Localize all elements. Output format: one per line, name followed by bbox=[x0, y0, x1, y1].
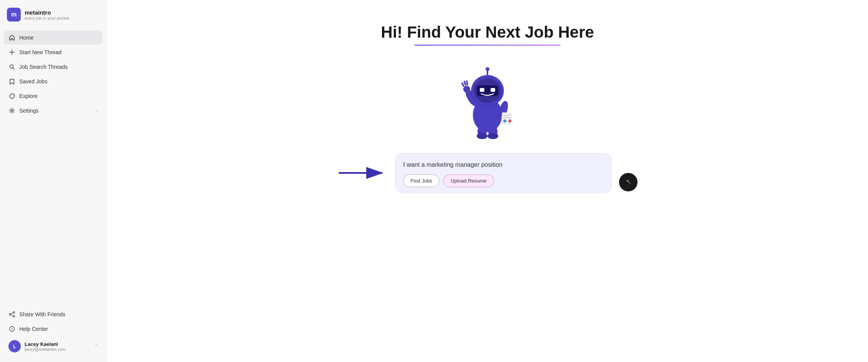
sidebar-item-new-thread[interactable]: Start New Thread bbox=[4, 45, 103, 59]
main-content: Hi! Find Your Next Job Here bbox=[314, 0, 661, 208]
sidebar-item-home-label: Home bbox=[19, 35, 98, 41]
sidebar-item-explore[interactable]: Explore bbox=[4, 89, 103, 103]
upload-resume-button[interactable]: Upload Resume bbox=[443, 174, 494, 187]
svg-line-35 bbox=[467, 81, 467, 85]
svg-point-24 bbox=[503, 120, 506, 123]
sidebar-item-explore-label: Explore bbox=[19, 93, 98, 99]
sidebar-item-new-thread-label: Start New Thread bbox=[19, 49, 98, 55]
svg-point-28 bbox=[477, 133, 487, 139]
arrow-indicator bbox=[337, 164, 387, 181]
send-button[interactable]: ↑ bbox=[619, 173, 638, 191]
sidebar-item-settings-label: Settings bbox=[19, 108, 93, 114]
send-icon: ↑ bbox=[624, 177, 633, 186]
chat-input[interactable] bbox=[403, 161, 603, 169]
app-logo[interactable]: m metaintro every job in your pocket bbox=[0, 0, 107, 28]
sidebar-nav: Home Start New Thread Job Search Threads bbox=[0, 28, 107, 304]
title-underline bbox=[414, 45, 561, 46]
plus-icon bbox=[8, 49, 15, 56]
user-info: Lacey Kaelani lacey@metaintro.com bbox=[25, 341, 90, 352]
bookmark-icon bbox=[8, 78, 15, 85]
sidebar-item-share-label: Share With Friends bbox=[19, 311, 98, 317]
svg-line-33 bbox=[462, 83, 464, 86]
settings-icon bbox=[8, 107, 15, 114]
user-email: lacey@metaintro.com bbox=[25, 347, 90, 352]
svg-rect-17 bbox=[491, 88, 495, 92]
sidebar-item-help-label: Help Center bbox=[19, 326, 98, 332]
svg-line-8 bbox=[11, 313, 13, 314]
find-jobs-button[interactable]: Find Jobs bbox=[403, 174, 439, 187]
logo-icon: m bbox=[7, 8, 21, 22]
svg-line-23 bbox=[504, 118, 511, 118]
svg-point-5 bbox=[13, 312, 15, 313]
sidebar-item-home[interactable]: Home bbox=[4, 31, 103, 45]
sidebar-item-job-threads[interactable]: Job Search Threads bbox=[4, 60, 103, 74]
chat-row: Find Jobs Upload Resume ↑ bbox=[337, 153, 638, 193]
sidebar-item-share[interactable]: Share With Friends bbox=[4, 307, 103, 321]
app-tagline: every job in your pocket bbox=[25, 16, 69, 20]
svg-point-29 bbox=[487, 133, 498, 139]
svg-line-34 bbox=[464, 81, 466, 85]
chat-actions: Find Jobs Upload Resume bbox=[403, 174, 603, 187]
sidebar-item-help[interactable]: ? Help Center bbox=[4, 322, 103, 336]
sidebar-item-job-threads-label: Job Search Threads bbox=[19, 64, 98, 70]
sidebar-item-saved-jobs-label: Saved Jobs bbox=[19, 78, 98, 85]
svg-point-6 bbox=[13, 316, 15, 317]
share-icon bbox=[8, 311, 15, 318]
page-title: Hi! Find Your Next Job Here bbox=[381, 23, 594, 42]
help-icon: ? bbox=[8, 325, 15, 332]
sidebar-bottom: Share With Friends ? Help Center L Lacey… bbox=[0, 304, 107, 362]
svg-point-7 bbox=[9, 314, 11, 315]
chat-input-area: Find Jobs Upload Resume bbox=[395, 153, 611, 193]
svg-point-31 bbox=[486, 67, 489, 71]
svg-line-3 bbox=[13, 68, 15, 70]
search-icon bbox=[8, 63, 15, 70]
user-profile[interactable]: L Lacey Kaelani lacey@metaintro.com ⌃ bbox=[4, 337, 103, 356]
svg-line-22 bbox=[504, 115, 511, 116]
sidebar-item-settings[interactable]: Settings › bbox=[4, 104, 103, 118]
svg-point-25 bbox=[508, 120, 511, 123]
settings-chevron-icon: › bbox=[97, 108, 98, 113]
sidebar-item-saved-jobs[interactable]: Saved Jobs bbox=[4, 75, 103, 88]
svg-text:?: ? bbox=[11, 327, 13, 331]
robot-mascot bbox=[449, 57, 526, 142]
app-name: metaintro bbox=[25, 9, 69, 16]
user-chevron-icon: ⌃ bbox=[94, 344, 98, 349]
svg-rect-21 bbox=[501, 112, 512, 125]
home-icon bbox=[8, 34, 15, 41]
explore-icon bbox=[8, 93, 15, 100]
avatar: L bbox=[8, 340, 21, 352]
svg-rect-16 bbox=[480, 88, 484, 92]
svg-point-19 bbox=[463, 86, 470, 93]
sidebar: m metaintro every job in your pocket Hom… bbox=[0, 0, 107, 362]
main-area: Hi! Find Your Next Job Here bbox=[107, 0, 868, 362]
logo-text: metaintro every job in your pocket bbox=[25, 9, 69, 20]
user-name: Lacey Kaelani bbox=[25, 341, 90, 347]
svg-point-4 bbox=[11, 110, 13, 112]
svg-line-9 bbox=[11, 315, 13, 316]
